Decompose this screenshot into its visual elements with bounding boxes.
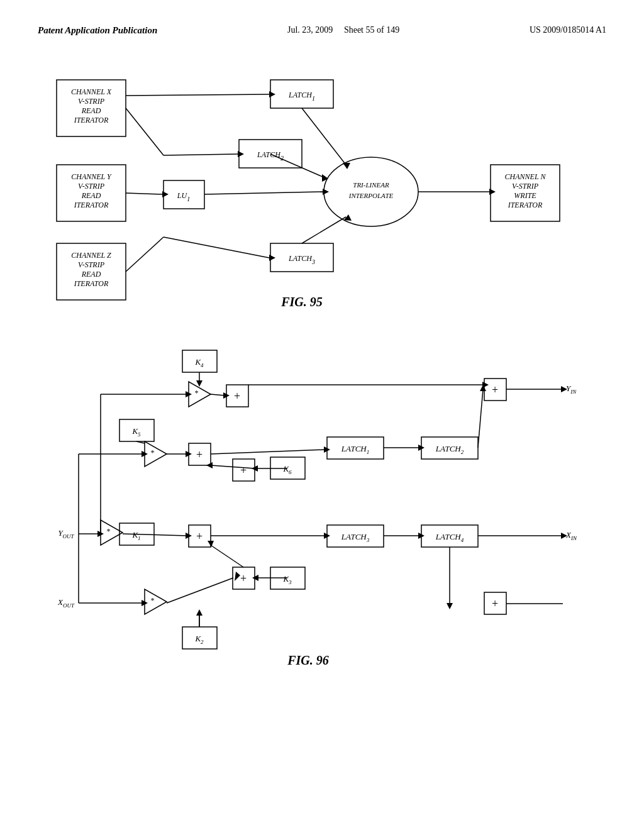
arrow-lu1-trilinear: [204, 192, 323, 194]
plus-k3: +: [240, 572, 247, 585]
mult-k5-star: *: [150, 448, 154, 457]
channel-n-text: CHANNEL N: [505, 172, 547, 181]
arrow-lu1-trilinear-head: [323, 189, 329, 195]
channel-y-text: CHANNEL Y: [71, 172, 112, 181]
mult-k1-star: *: [106, 527, 110, 536]
arrow-trilinear-channeln-head: [489, 189, 496, 195]
mult-k5-triangle: [145, 441, 167, 467]
header-left: Patent Application Publication: [38, 25, 157, 36]
fig95-svg: CHANNEL X V-STRIP READ ITERATOR CHANNEL …: [38, 55, 604, 319]
arrow-x-latch1: [126, 94, 269, 96]
line-multk2-adder-k3: [167, 578, 233, 603]
arrow-latch1-trilinear-head: [343, 163, 350, 169]
k1-text: K1: [131, 530, 140, 541]
yin-label: YIN: [566, 384, 577, 395]
arrow-k4-down: [196, 380, 203, 387]
arrow-z-latch3b: [164, 237, 269, 258]
line-latch2-adderyin: [478, 389, 483, 448]
arrow-latch2-trilinear-head: [322, 174, 328, 182]
arrow-y-lu1-head: [162, 191, 169, 197]
channel-x-text2: V-STRIP: [78, 97, 105, 106]
mult-k4-star: *: [194, 389, 198, 397]
arrow-latch2-trilinear: [270, 154, 324, 177]
channel-n-text3: WRITE: [514, 191, 536, 200]
fig96-label: FIG. 96: [287, 653, 329, 667]
lu1-text: LU1: [177, 191, 190, 202]
placeholder: [195, 617, 199, 627]
k3-text: K3: [282, 574, 292, 585]
k5-text: K5: [131, 426, 141, 438]
channel-y-text4: ITERATOR: [74, 201, 109, 209]
latch2-96-text: LATCH2: [435, 444, 464, 455]
mult-k2-triangle: [145, 589, 167, 614]
header-right: US 2009/0185014 A1: [530, 25, 606, 35]
line-adder-k3-k1: [211, 545, 243, 567]
header-center: Jul. 23, 2009 Sheet 55 of 149: [287, 25, 399, 35]
arrow-x-latch2b: [164, 154, 238, 155]
plus-xin: +: [492, 597, 498, 610]
latch4-96-text: LATCH4: [435, 532, 464, 543]
plus-k1: +: [196, 530, 203, 543]
arrow-adder-k6-k5: [206, 462, 213, 468]
arrow-x-latch2: [126, 108, 164, 155]
channel-x-text: CHANNEL X: [71, 87, 112, 96]
channel-z-text2: V-STRIP: [78, 260, 105, 269]
arrow-x-latch2-head: [238, 151, 244, 157]
channel-z-text4: ITERATOR: [74, 279, 109, 288]
arrow-adder-top-yin: [482, 382, 489, 388]
arrow-z-latch3: [126, 237, 164, 272]
line-adder-latch1: [211, 450, 326, 454]
arrow-z-latch3-head: [269, 255, 275, 261]
channel-x-text3: READ: [81, 106, 101, 115]
channel-y-text3: READ: [81, 191, 101, 200]
channel-n-text4: ITERATOR: [508, 201, 543, 209]
k2-text: K2: [194, 634, 204, 645]
mult-k2-star: *: [150, 596, 154, 605]
tri-linear-text2: INTERPOLATE: [348, 192, 394, 199]
latch3-96-text: LATCH3: [341, 532, 370, 543]
fig95-label: FIG. 95: [280, 295, 323, 309]
k4-text: K4: [194, 357, 204, 368]
yout-label: YOUT: [58, 528, 74, 540]
channel-z-text: CHANNEL Z: [71, 251, 111, 260]
plus-k5: +: [196, 448, 203, 461]
fig96-container: K4 K5 K6 K1 K2 K3 * * *: [0, 331, 644, 690]
fig95-container: CHANNEL X V-STRIP READ ITERATOR CHANNEL …: [0, 42, 644, 331]
arrow-multk2-adder-k3: [235, 572, 240, 581]
latch1-text: LATCH1: [288, 91, 315, 102]
tri-linear-text: TRI-LINEAR: [353, 181, 389, 189]
plus-top-k4: +: [234, 390, 240, 402]
channel-n-text2: V-STRIP: [512, 182, 539, 191]
patent-page: Patent Application Publication Jul. 23, …: [0, 0, 644, 830]
latch2-text: LATCH2: [257, 150, 284, 162]
arrow-k3-adder: [252, 575, 258, 581]
channel-z-text3: READ: [81, 270, 101, 279]
arrow-latch1-trilinear: [302, 108, 346, 165]
arrow-latch3-trilinear: [302, 217, 346, 243]
channel-x-text4: ITERATOR: [74, 116, 109, 124]
xout-label: XOUT: [57, 597, 75, 609]
page-header: Patent Application Publication Jul. 23, …: [0, 0, 644, 42]
line-multk4-adder: [211, 394, 225, 396]
latch1-96-text: LATCH1: [341, 444, 369, 455]
plus-yin: +: [492, 384, 498, 396]
fig96-svg: K4 K5 K6 K1 K2 K3 * * *: [38, 344, 604, 677]
arrow-latch4-adder-xin: [447, 603, 453, 609]
channel-y-text2: V-STRIP: [78, 182, 105, 191]
plus-k6: +: [240, 464, 247, 477]
latch3-text: LATCH3: [288, 254, 315, 265]
k6-text: K6: [282, 464, 292, 475]
arrow-x-latch1-head: [269, 91, 275, 97]
arrow-y-lu1: [126, 193, 162, 194]
